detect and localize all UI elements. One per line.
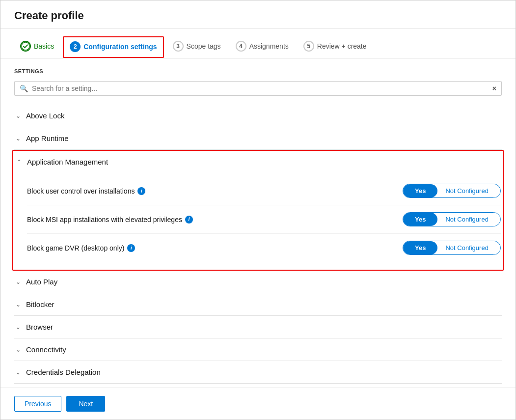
content-area: SETTINGS 🔍 × ⌄ Above Lock ⌄ App Runtime … — [0, 58, 516, 388]
chevron-down-icon-7: ⌄ — [14, 369, 22, 376]
step-assignments-num: 4 — [236, 41, 246, 52]
group-bitlocker-label: Bitlocker — [26, 300, 54, 308]
group-above-lock-header[interactable]: ⌄ Above Lock — [14, 105, 502, 127]
page-container: Create profile Basics 2 Configuration se… — [0, 0, 516, 420]
group-above-lock-label: Above Lock — [26, 112, 64, 120]
step-assignments[interactable]: 4 Assignments — [230, 37, 295, 57]
setting-row-block-user-control: Block user control over installations i … — [27, 177, 501, 205]
search-clear-button[interactable]: × — [492, 84, 496, 92]
setting-label-text-3: Block game DVR (desktop only) — [27, 244, 124, 252]
group-app-runtime-label: App Runtime — [26, 134, 69, 142]
setting-row-block-game-dvr: Block game DVR (desktop only) i Yes Not … — [27, 234, 501, 262]
group-connectivity-header[interactable]: ⌄ Connectivity — [14, 338, 502, 361]
step-basics[interactable]: Basics — [14, 37, 60, 57]
group-auto-play-label: Auto Play — [26, 278, 57, 286]
svg-point-0 — [22, 42, 29, 50]
settings-section-header: SETTINGS — [14, 68, 502, 74]
page-title: Create profile — [14, 9, 502, 22]
group-auto-play-header[interactable]: ⌄ Auto Play — [14, 271, 502, 293]
setting-label-block-msi: Block MSI app installations with elevate… — [27, 216, 403, 224]
toggle-block-game-dvr[interactable]: Yes Not Configured — [403, 241, 501, 255]
group-credentials-delegation: ⌄ Credentials Delegation — [14, 361, 502, 384]
toggle-yes-1[interactable]: Yes — [403, 184, 437, 197]
step-configuration-label: Configuration settings — [83, 43, 157, 51]
step-scope[interactable]: 3 Scope tags — [167, 37, 227, 57]
step-configuration-num: 2 — [70, 41, 81, 52]
setting-label-text-2: Block MSI app installations with elevate… — [27, 216, 182, 224]
search-input[interactable] — [32, 84, 489, 92]
setting-label-block-user-control: Block user control over installations i — [27, 187, 403, 195]
group-application-management-label: Application Management — [27, 158, 108, 166]
step-review-num: 5 — [303, 41, 314, 52]
chevron-down-icon-6: ⌄ — [14, 346, 22, 353]
info-icon-1[interactable]: i — [137, 187, 145, 195]
group-credentials-delegation-label: Credentials Delegation — [26, 368, 101, 376]
toggle-not-configured-1[interactable]: Not Configured — [437, 184, 496, 197]
check-icon — [21, 42, 30, 51]
group-browser-label: Browser — [26, 323, 53, 331]
toggle-not-configured-2[interactable]: Not Configured — [437, 213, 496, 226]
info-icon-2[interactable]: i — [185, 216, 193, 224]
group-browser-header[interactable]: ⌄ Browser — [14, 316, 502, 338]
step-basics-num — [20, 41, 31, 52]
group-bitlocker-header[interactable]: ⌄ Bitlocker — [14, 293, 502, 315]
setting-row-block-msi: Block MSI app installations with elevate… — [27, 205, 501, 234]
toggle-yes-3[interactable]: Yes — [403, 241, 437, 254]
step-review[interactable]: 5 Review + create — [298, 37, 373, 57]
step-configuration[interactable]: 2 Configuration settings — [63, 36, 163, 58]
step-review-label: Review + create — [317, 42, 367, 50]
search-icon: 🔍 — [20, 84, 28, 92]
group-app-runtime-header[interactable]: ⌄ App Runtime — [14, 127, 502, 149]
setting-label-text-1: Block user control over installations — [27, 187, 135, 195]
step-assignments-label: Assignments — [249, 42, 289, 50]
step-scope-num: 3 — [173, 41, 184, 52]
page-header: Create profile — [0, 0, 516, 28]
toggle-yes-2[interactable]: Yes — [403, 213, 437, 226]
group-bitlocker: ⌄ Bitlocker — [14, 293, 502, 316]
toggle-block-msi[interactable]: Yes Not Configured — [403, 212, 501, 226]
group-application-management: ⌃ Application Management Block user cont… — [12, 150, 504, 271]
chevron-up-icon: ⌃ — [15, 159, 23, 166]
group-browser: ⌄ Browser — [14, 316, 502, 338]
chevron-down-icon-2: ⌄ — [14, 135, 22, 142]
group-application-management-header[interactable]: ⌃ Application Management — [15, 151, 501, 173]
group-credentials-delegation-header[interactable]: ⌄ Credentials Delegation — [14, 361, 502, 383]
info-icon-3[interactable]: i — [127, 244, 135, 252]
group-connectivity-label: Connectivity — [26, 345, 66, 354]
group-connectivity: ⌄ Connectivity — [14, 338, 502, 361]
chevron-down-icon-4: ⌄ — [14, 301, 22, 308]
setting-label-block-game-dvr: Block game DVR (desktop only) i — [27, 244, 403, 252]
previous-button[interactable]: Previous — [14, 396, 61, 412]
wizard-steps: Basics 2 Configuration settings 3 Scope … — [0, 28, 516, 58]
footer: Previous Next — [0, 388, 516, 420]
toggle-not-configured-3[interactable]: Not Configured — [437, 241, 496, 254]
next-button[interactable]: Next — [66, 396, 105, 412]
application-management-settings: Block user control over installations i … — [15, 173, 501, 270]
group-above-lock: ⌄ Above Lock — [14, 105, 502, 127]
toggle-block-user-control[interactable]: Yes Not Configured — [403, 184, 501, 198]
step-scope-label: Scope tags — [187, 42, 221, 50]
chevron-down-icon: ⌄ — [14, 112, 22, 119]
group-app-runtime: ⌄ App Runtime — [14, 127, 502, 150]
search-bar: 🔍 × — [14, 81, 502, 96]
step-basics-label: Basics — [34, 42, 54, 50]
chevron-down-icon-5: ⌄ — [14, 324, 22, 331]
group-auto-play: ⌄ Auto Play — [14, 271, 502, 293]
chevron-down-icon-3: ⌄ — [14, 279, 22, 285]
